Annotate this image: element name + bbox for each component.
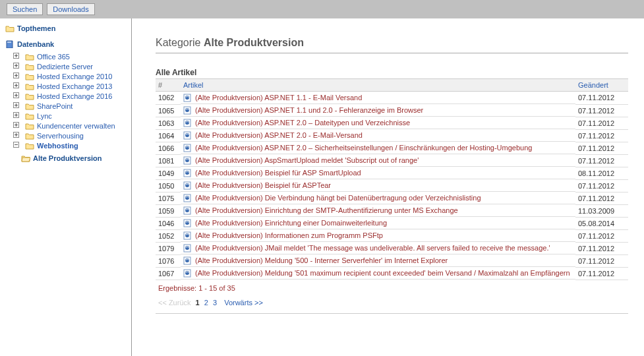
cell-title: (Alte Produktversion) ASP.NET 1.1 - E-Ma…: [181, 92, 575, 104]
cell-changed: 07.11.2012: [575, 267, 628, 280]
pager-next[interactable]: Vorwärts >>: [224, 299, 263, 307]
article-link[interactable]: (Alte Produktversion) ASP.NET 1.1 - E-Ma…: [195, 94, 362, 102]
table-row: 1066(Alte Produktversion) ASP.NET 2.0 – …: [156, 142, 628, 154]
cell-changed: 07.11.2012: [575, 154, 628, 167]
article-link[interactable]: (Alte Produktversion) Meldung '500 - Int…: [195, 256, 448, 264]
article-link[interactable]: (Alte Produktversion) ASP.NET 2.0 - E-Ma…: [195, 131, 363, 139]
table-row: 1046(Alte Produktversion) Einrichtung ei…: [156, 217, 628, 229]
sidebar-item-hosted-exchange-2016[interactable]: Hosted Exchange 2016: [13, 91, 131, 101]
downloads-button[interactable]: Downloads: [47, 3, 94, 15]
cell-changed: 05.08.2014: [575, 217, 628, 229]
article-link[interactable]: (Alte Produktversion) Meldung '501 maxim…: [195, 269, 570, 277]
cell-id: 1059: [156, 204, 181, 217]
cell-title: (Alte Produktversion) ASP.NET 2.0 - E-Ma…: [181, 129, 575, 142]
sidebar-item-webhosting[interactable]: Webhosting: [13, 140, 131, 150]
page-icon: [183, 269, 192, 277]
page-icon: [183, 144, 192, 152]
toggle-icon[interactable]: [13, 142, 22, 150]
cell-title: (Alte Produktversion) Einrichtung einer …: [181, 217, 575, 229]
article-link[interactable]: (Alte Produktversion) Einrichtung der SM…: [195, 206, 458, 214]
sidebar-item-label: Dedizierte Server: [37, 63, 93, 71]
page-icon: [183, 219, 192, 227]
table-row: 1065(Alte Produktversion) ASP.NET 1.1 un…: [156, 104, 628, 117]
top-toolbar: Suchen Downloads: [0, 0, 644, 18]
page-icon: [183, 206, 192, 214]
article-link[interactable]: (Alte Produktversion) ASP.NET 1.1 und 2.…: [195, 106, 423, 114]
toggle-icon[interactable]: [13, 122, 22, 130]
table-row: 1081(Alte Produktversion) AspSmartUpload…: [156, 154, 628, 167]
col-id[interactable]: #: [156, 79, 181, 92]
sidebar-item-label: Hosted Exchange 2016: [37, 92, 112, 100]
toggle-icon[interactable]: [13, 112, 22, 120]
article-link[interactable]: (Alte Produktversion) Einrichtung einer …: [195, 219, 387, 227]
cell-changed: 08.11.2012: [575, 167, 628, 179]
page-icon: [183, 231, 192, 239]
folder-icon: [25, 63, 34, 71]
article-link[interactable]: (Alte Produktversion) Informationen zum …: [195, 231, 383, 239]
sidebar-subitem-alte-produktversion[interactable]: Alte Produktversion: [21, 153, 131, 163]
sidebar-item-office-365[interactable]: Office 365: [13, 51, 131, 61]
cell-title: (Alte Produktversion) Meldung '501 maxim…: [181, 267, 575, 280]
cell-id: 1067: [156, 267, 181, 280]
article-link[interactable]: (Alte Produktversion) Beispiel für ASPTe…: [195, 181, 331, 189]
sidebar-item-kundencenter-verwalten[interactable]: Kundencenter verwalten: [13, 121, 131, 131]
cell-id: 1052: [156, 229, 181, 242]
cell-changed: 07.11.2012: [575, 92, 628, 105]
sidebar-heading-label: Topthemen: [17, 24, 55, 32]
book-icon: [5, 40, 15, 48]
category-heading: Kategorie Alte Produktversion: [156, 37, 628, 53]
toggle-icon[interactable]: [13, 63, 22, 71]
sidebar-item-label: Alte Produktversion: [33, 154, 102, 162]
search-button[interactable]: Suchen: [7, 3, 43, 15]
pager-page-3[interactable]: 3: [213, 299, 217, 307]
sidebar-item-sharepoint[interactable]: SharePoint: [13, 101, 131, 111]
page-icon: [183, 244, 192, 252]
sidebar-heading-topthemen[interactable]: Topthemen: [4, 22, 131, 34]
cell-title: (Alte Produktversion) JMail meldet 'The …: [181, 242, 575, 254]
cell-id: 1049: [156, 167, 181, 179]
sidebar-item-label: Webhosting: [37, 142, 78, 150]
content-area: Kategorie Alte Produktversion Alle Artik…: [132, 18, 644, 356]
table-row: 1079(Alte Produktversion) JMail meldet '…: [156, 242, 628, 254]
folder-icon: [25, 122, 34, 130]
article-link[interactable]: (Alte Produktversion) JMail meldet 'The …: [195, 244, 550, 252]
toggle-icon[interactable]: [13, 132, 22, 140]
sidebar-item-dedizierte-server[interactable]: Dedizierte Server: [13, 61, 131, 71]
article-link[interactable]: (Alte Produktversion) ASP.NET 2.0 – Date…: [195, 119, 410, 127]
folder-open-icon: [21, 154, 30, 162]
articles-table: # Artikel Geändert 1062(Alte Produktvers…: [156, 78, 628, 280]
cell-changed: 07.11.2012: [575, 229, 628, 242]
toggle-icon[interactable]: [13, 73, 22, 80]
col-changed[interactable]: Geändert: [575, 79, 628, 92]
sidebar-item-hosted-exchange-2010[interactable]: Hosted Exchange 2010: [13, 71, 131, 81]
article-link[interactable]: (Alte Produktversion) Die Verbindung hän…: [195, 194, 481, 202]
cell-id: 1065: [156, 104, 181, 117]
sidebar-item-serverhousing[interactable]: Serverhousing: [13, 131, 131, 140]
article-link[interactable]: (Alte Produktversion) AspSmartUpload mel…: [195, 156, 419, 164]
article-link[interactable]: (Alte Produktversion) Beispiel für ASP S…: [195, 169, 361, 177]
article-link[interactable]: (Alte Produktversion) ASP.NET 2.0 – Sich…: [195, 144, 532, 152]
pager-page-1: 1: [196, 299, 200, 307]
cell-changed: 07.11.2012: [575, 242, 628, 254]
sidebar-item-label: Lync: [37, 112, 52, 120]
toggle-icon[interactable]: [13, 92, 22, 100]
pager: << Zurück 1 2 3 Vorwärts >>: [156, 296, 628, 314]
toggle-icon[interactable]: [13, 102, 22, 110]
page-icon: [183, 131, 192, 139]
cell-id: 1066: [156, 142, 181, 154]
pager-page-2[interactable]: 2: [204, 299, 208, 307]
table-row: 1059(Alte Produktversion) Einrichtung de…: [156, 204, 628, 217]
sidebar-item-hosted-exchange-2013[interactable]: Hosted Exchange 2013: [13, 81, 131, 91]
col-title[interactable]: Artikel: [181, 79, 575, 92]
page-icon: [183, 106, 192, 114]
cell-changed: 07.11.2012: [575, 117, 628, 129]
sidebar-item-lync[interactable]: Lync: [13, 111, 131, 121]
sidebar-heading-database[interactable]: Datenbank: [4, 38, 131, 50]
toggle-icon[interactable]: [13, 53, 22, 61]
cell-title: (Alte Produktversion) Beispiel für ASP S…: [181, 167, 575, 179]
toggle-icon[interactable]: [13, 82, 22, 90]
cell-title: (Alte Produktversion) ASP.NET 1.1 und 2.…: [181, 104, 575, 117]
cell-id: 1075: [156, 192, 181, 204]
folder-icon: [5, 24, 15, 32]
cell-id: 1050: [156, 179, 181, 192]
